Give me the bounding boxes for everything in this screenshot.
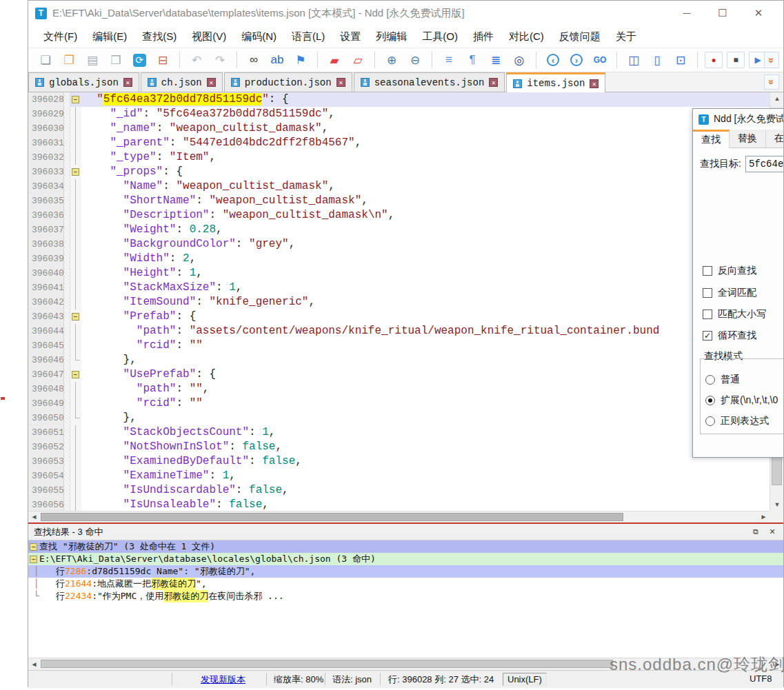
code-line[interactable]: 396046 }, <box>28 353 770 367</box>
scroll-up-arrow-icon[interactable]: ▲ <box>770 92 783 105</box>
code-line[interactable]: 396043− "Prefab": { <box>28 310 770 324</box>
menu-item-v[interactable]: 视图(V) <box>185 28 233 46</box>
line-number[interactable]: 396048 <box>28 382 64 396</box>
tab-ch-json[interactable]: ch.json✕ <box>141 72 223 92</box>
tab-production-json[interactable]: production.json✕ <box>224 72 352 92</box>
line-number[interactable]: 396035 <box>28 194 64 208</box>
line-number[interactable]: 396044 <box>28 324 64 338</box>
line-number[interactable]: 396037 <box>28 223 64 237</box>
code-line[interactable]: 396042 "ItemSound": "knife_generic", <box>28 295 770 310</box>
minimize-button[interactable]: ─ <box>681 7 692 19</box>
maximize-button[interactable]: ☐ <box>717 7 728 19</box>
code-line[interactable]: 396041 "StackMaxSize": 1, <box>28 281 770 295</box>
result-hit-row[interactable]: └行 22434: "作为PMC，使用邪教徒的刀在夜间击杀邪 ... <box>28 590 783 602</box>
tab-seasonalevents-json[interactable]: seasonalevents.json✕ <box>354 72 505 92</box>
fold-collapse-icon[interactable]: − <box>72 96 79 103</box>
code-line[interactable]: 396050 }, <box>28 411 770 425</box>
code-line[interactable]: 396045 "rcid": "" <box>28 338 770 353</box>
line-number[interactable]: 396047 <box>28 367 64 382</box>
code-line[interactable]: 396047− "UsePrefab": { <box>28 367 770 382</box>
scroll-right-arrow-icon[interactable]: ► <box>758 511 770 522</box>
backward-search-checkbox[interactable]: 反向查找 <box>703 265 756 277</box>
undo-icon[interactable]: ↶ <box>187 50 206 70</box>
line-number[interactable]: 396046 <box>28 353 64 367</box>
toolbar-overflow-icon[interactable]: » <box>764 52 779 68</box>
menu-item-s[interactable]: 查找(S) <box>135 28 183 46</box>
fold-collapse-icon[interactable]: − <box>72 313 79 321</box>
redo-icon[interactable]: ↷ <box>210 50 230 70</box>
code-line[interactable]: 396034 "Name": "weapon_cultist_damask", <box>28 179 770 194</box>
indent-guide-icon[interactable]: ≣ <box>486 50 505 70</box>
reload-icon[interactable]: ⟳ <box>130 50 149 70</box>
find-dialog-tab-inactive[interactable]: 在目录中查找 <box>766 130 783 148</box>
save-all-icon[interactable]: ❒ <box>106 50 125 70</box>
fold-margin[interactable]: − <box>70 165 81 179</box>
menu-item-[interactable]: 列编辑 <box>369 28 414 46</box>
tab-close-icon[interactable]: ✕ <box>336 78 345 87</box>
line-number[interactable]: 396034 <box>28 179 64 194</box>
tab-list-chevron-icon[interactable]: » <box>764 74 779 90</box>
code-line[interactable]: 396029 "_id": "5fc64ea372b0dd78d51159dc"… <box>28 107 770 121</box>
zoom-in-icon[interactable]: ⊕ <box>382 50 401 70</box>
replace-icon[interactable]: ab <box>268 50 287 70</box>
tab-close-icon[interactable]: ✕ <box>590 79 599 88</box>
line-number[interactable]: 396041 <box>28 281 64 295</box>
result-hit-row[interactable]: │行 21644: 地点藏匿一把邪教徒的刀", <box>28 578 783 590</box>
menu-item-[interactable]: 插件 <box>466 28 501 46</box>
save-icon[interactable]: ▤ <box>83 50 102 70</box>
line-number[interactable]: 396053 <box>28 454 64 469</box>
fold-collapse-icon[interactable]: − <box>72 168 79 176</box>
tab-items-json[interactable]: items.json✕ <box>506 72 605 92</box>
code-line[interactable]: 396051 "StackObjectsCount": 1, <box>28 425 770 440</box>
result-search-summary-row[interactable]: −查找 "邪教徒的刀" (3 处命中在 1 文件) <box>28 540 783 553</box>
find-dialog-tab-inactive[interactable]: 替换 <box>730 130 766 148</box>
line-number[interactable]: 396029 <box>28 107 64 121</box>
line-number[interactable]: 396050 <box>28 411 64 425</box>
line-number[interactable]: 396055 <box>28 483 64 498</box>
line-number[interactable]: 396051 <box>28 425 64 440</box>
close-panel-icon[interactable]: ✕ <box>767 527 778 538</box>
close-all-icon[interactable]: ⊟ <box>153 50 172 70</box>
fold-collapse-icon[interactable]: − <box>30 556 37 563</box>
mark-text-icon[interactable]: ▰ <box>325 50 344 70</box>
fold-collapse-icon[interactable]: − <box>30 543 37 551</box>
split-vertical-icon[interactable]: ▯ <box>647 50 667 70</box>
menu-item-l[interactable]: 语言(L) <box>285 28 332 46</box>
code-line[interactable]: 396053 "ExaminedByDefault": false, <box>28 454 770 469</box>
line-number[interactable]: 396043 <box>28 310 64 324</box>
fold-collapse-icon[interactable]: − <box>72 371 79 378</box>
mode-extended-radio[interactable]: 扩展(\n,\r,\t,\0 <box>705 394 778 407</box>
line-number[interactable]: 396028 <box>28 92 64 107</box>
fold-margin[interactable]: − <box>70 310 81 324</box>
scroll-left-arrow-icon[interactable]: ◄ <box>28 511 40 522</box>
code-line[interactable]: 396028− "5fc64ea372b0dd78d51159dc": { <box>28 92 770 107</box>
line-number[interactable]: 396033 <box>28 165 64 179</box>
mode-normal-radio[interactable]: 普通 <box>705 374 740 386</box>
results-scroll-thumb[interactable] <box>41 660 613 668</box>
code-line[interactable]: 396035 "ShortName": "weapon_cultist_dama… <box>28 194 770 208</box>
menu-item-[interactable]: 反馈问题 <box>552 28 607 46</box>
menu-item-f[interactable]: 文件(F) <box>37 28 84 46</box>
update-link[interactable]: 发现新版本 <box>201 673 245 686</box>
wrap-around-checkbox[interactable]: ✓循环查找 <box>703 329 756 342</box>
horizontal-scroll-thumb[interactable] <box>41 513 623 521</box>
nav-forward-icon[interactable]: › <box>567 50 586 70</box>
menu-item-[interactable]: 关于 <box>609 28 643 46</box>
code-line[interactable]: 396054 "ExamineTime": 1, <box>28 469 770 483</box>
results-scroll-left-icon[interactable]: ◄ <box>28 658 40 670</box>
tab-close-icon[interactable]: ✕ <box>123 78 132 87</box>
new-file-icon[interactable]: ❏ <box>36 50 55 70</box>
code-line[interactable]: 396049 "rcid": "" <box>28 396 770 411</box>
scroll-down-arrow-icon[interactable]: ▼ <box>770 498 783 511</box>
menu-item-c[interactable]: 对比(C) <box>502 28 551 46</box>
code-line[interactable]: 396032 "_type": "Item", <box>28 150 770 165</box>
radio-selected-icon[interactable] <box>705 396 715 405</box>
code-area[interactable]: 396028− "5fc64ea372b0dd78d51159dc": {396… <box>28 92 770 511</box>
menu-item-[interactable]: 设置 <box>333 28 368 46</box>
line-number[interactable]: 396030 <box>28 121 64 136</box>
code-line[interactable]: 396037 "Weight": 0.28, <box>28 223 770 237</box>
stop-macro-icon[interactable]: ■ <box>727 52 745 68</box>
menu-item-n[interactable]: 编码(N) <box>234 28 283 46</box>
radio-icon[interactable] <box>705 375 715 385</box>
line-number[interactable]: 396045 <box>28 338 64 353</box>
